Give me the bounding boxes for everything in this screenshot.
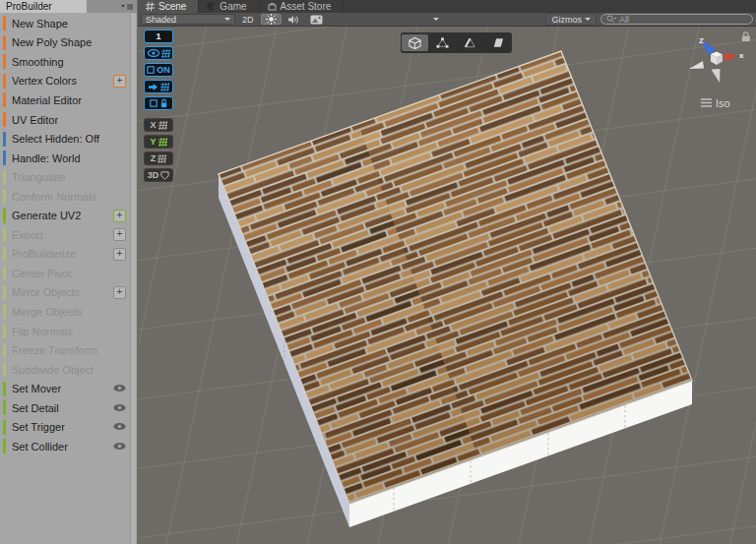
progrids-angle-lock-button[interactable] <box>144 96 173 110</box>
options-plus-button[interactable]: + <box>113 286 126 299</box>
probuilder-item-set-collider[interactable]: Set Collider <box>0 437 130 456</box>
probuilder-item-export: Export+ <box>0 225 130 245</box>
probuilder-item-new-shape[interactable]: New Shape <box>0 14 130 33</box>
probuilder-item-label: Merge Objects <box>12 306 83 318</box>
progrids-snap-enabled-button[interactable]: ON <box>144 63 173 77</box>
edge-mode-button[interactable] <box>457 34 483 51</box>
gizmos-dropdown[interactable]: Gizmos <box>545 13 597 26</box>
tab-label: Scene <box>158 1 186 12</box>
pane-menu-icon[interactable] <box>121 0 137 13</box>
probuilder-item-label: Flip Normals <box>12 326 73 337</box>
probuilder-item-label: Generate UV2 <box>12 210 81 221</box>
scene-search-field[interactable]: All <box>600 14 753 25</box>
probuilder-item-label: Vertex Colors <box>12 75 77 87</box>
visibility-eye-icon[interactable] <box>113 421 126 433</box>
category-color-bar <box>3 285 6 300</box>
probuilder-item-label: ProBuilderize <box>12 248 76 260</box>
draw-mode-dropdown[interactable]: Shaded <box>141 14 235 25</box>
progrids-axis-z-button[interactable]: Z <box>144 151 173 165</box>
2d-toggle-button[interactable]: 2D <box>238 14 258 25</box>
search-value: All <box>619 15 629 25</box>
object-mode-button[interactable] <box>402 34 428 51</box>
probuilder-item-handle-world[interactable]: Handle: World <box>0 149 130 168</box>
category-color-bar <box>3 92 6 107</box>
category-color-bar <box>3 266 6 280</box>
chevron-down-icon <box>224 18 230 21</box>
probuilder-item-select-hidden-off[interactable]: Select Hidden: Off <box>0 129 130 149</box>
scene-lighting-toggle[interactable] <box>261 14 282 25</box>
axis-z-label: Z <box>151 153 157 163</box>
probuilder-panel: ProBuilder New ShapeNew Poly ShapeSmooth… <box>0 0 138 544</box>
grid-icon <box>158 121 167 130</box>
category-color-bar <box>3 151 6 165</box>
progrids-snap-size-button[interactable]: 1 <box>144 30 173 43</box>
visibility-eye-icon[interactable] <box>113 402 126 414</box>
probuilder-panel-header: ProBuilder <box>0 0 137 13</box>
category-color-bar <box>3 343 6 358</box>
axis-z-label: Z <box>699 36 704 45</box>
probuilder-item-triangulate: Triangulate <box>0 167 130 187</box>
progrids-axis-y-button[interactable]: Y <box>144 135 173 149</box>
asset-store-icon <box>268 2 277 11</box>
tab-game[interactable]: Game <box>199 0 259 13</box>
probuilder-item-generate-uv2[interactable]: Generate UV2+ <box>0 206 130 225</box>
vertex-select-icon <box>435 36 450 49</box>
padlock-icon <box>159 98 168 108</box>
category-color-bar <box>3 35 6 50</box>
probuilder-item-vertex-colors[interactable]: Vertex Colors+ <box>0 72 130 91</box>
visibility-eye-icon[interactable] <box>113 383 126 394</box>
category-color-bar <box>3 324 6 338</box>
vertex-mode-button[interactable] <box>429 34 456 51</box>
panel-scrollbar[interactable] <box>130 14 136 544</box>
progrids-push-to-grid-button[interactable] <box>144 80 173 93</box>
probuilder-item-material-editor[interactable]: Material Editor <box>0 91 130 110</box>
projection-label: Iso <box>716 97 730 109</box>
tab-asset-store[interactable]: Asset Store <box>260 0 345 13</box>
probuilder-item-new-poly-shape[interactable]: New Poly Shape <box>0 33 130 53</box>
search-icon <box>606 15 616 24</box>
view-tab-bar: Scene Game Asset Store <box>138 0 756 13</box>
progrids-axis-x-button[interactable]: X <box>144 118 173 132</box>
category-color-bar <box>3 112 6 127</box>
scene-viewport[interactable]: Z x Iso <box>138 27 756 544</box>
probuilder-item-flip-normals: Flip Normals <box>0 322 130 341</box>
probuilder-item-set-mover[interactable]: Set Mover <box>0 379 130 398</box>
tab-scene[interactable]: Scene <box>138 0 199 13</box>
probuilder-item-label: Set Collider <box>12 441 68 453</box>
options-plus-button[interactable]: + <box>113 228 126 241</box>
probuilder-item-smoothing[interactable]: Smoothing <box>0 52 130 72</box>
axis-x-label: x <box>739 51 744 60</box>
options-plus-button[interactable]: + <box>113 75 126 88</box>
probuilder-item-label: Subdivide Object <box>12 364 94 376</box>
progrids-3d-grid-button[interactable]: 3D <box>144 168 173 182</box>
probuilder-item-set-trigger[interactable]: Set Trigger <box>0 417 130 437</box>
effects-dropdown-chevron-icon[interactable] <box>433 18 439 21</box>
options-plus-button[interactable]: + <box>113 210 126 222</box>
face-mode-button[interactable] <box>484 34 511 51</box>
probuilder-item-label: Set Trigger <box>12 421 65 433</box>
probuilder-item-label: Triangulate <box>12 171 66 183</box>
scene-audio-toggle[interactable] <box>284 14 303 25</box>
category-color-bar <box>3 132 6 147</box>
scene-view-toolbar: Shaded 2D <box>138 13 756 27</box>
tab-label: Game <box>220 1 246 12</box>
visibility-eye-icon[interactable] <box>113 441 126 453</box>
probuilder-item-label: Material Editor <box>12 94 82 106</box>
progrids-grid-visibility-button[interactable] <box>144 46 173 60</box>
grid-icon <box>158 154 166 163</box>
face-select-icon <box>490 36 505 49</box>
chevron-down-icon <box>585 18 591 21</box>
probuilder-panel-tab[interactable]: ProBuilder <box>0 0 87 13</box>
draw-mode-value: Shaded <box>146 15 176 25</box>
scene-effects-toggle[interactable] <box>306 14 327 25</box>
category-color-bar <box>3 247 6 262</box>
3d-grid-label: 3D <box>148 170 159 180</box>
probuilder-item-set-detail[interactable]: Set Detail <box>0 398 130 418</box>
probuilder-item-label: Mirror Objects <box>12 286 80 298</box>
options-plus-button[interactable]: + <box>113 248 126 261</box>
probuilder-item-label: Smoothing <box>12 56 64 68</box>
category-color-bar <box>3 400 6 415</box>
category-color-bar <box>3 227 6 242</box>
probuilder-item-uv-editor[interactable]: UV Editor <box>0 110 130 130</box>
category-color-bar <box>3 209 6 223</box>
